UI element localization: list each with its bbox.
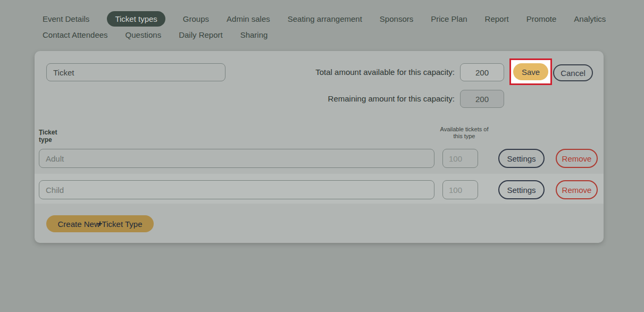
ticket-types-panel: Total amount available for this capacity… (35, 51, 604, 243)
settings-button[interactable]: Settings (498, 149, 545, 168)
total-capacity-label: Total amount available for this capacity… (35, 68, 455, 77)
tab-price-plan[interactable]: Price Plan (431, 14, 467, 23)
nav-row-secondary: Contact Attendees Questions Daily Report… (43, 27, 606, 43)
tab-seating-arrangement[interactable]: Seating arrangement (288, 14, 362, 23)
create-ticket-type-button[interactable]: + Create New Ticket Type (46, 215, 154, 232)
event-nav: Event Details Ticket types Groups Admin … (43, 11, 606, 43)
ticket-type-header-label: Ticket type (39, 129, 57, 144)
tab-questions[interactable]: Questions (126, 30, 162, 39)
click-target-highlight: Save (509, 58, 552, 85)
remaining-capacity-label: Remaining amount for this capacity: (35, 94, 455, 103)
available-tickets-input[interactable] (442, 149, 478, 168)
tab-contact-attendees[interactable]: Contact Attendees (43, 30, 108, 39)
tab-sponsors[interactable]: Sponsors (380, 14, 413, 23)
save-button[interactable]: Save (513, 63, 548, 80)
ticket-type-name-input[interactable] (39, 180, 434, 199)
tab-report[interactable]: Report (485, 14, 509, 23)
ticket-type-column-header[interactable]: Ticket type ↓ (39, 129, 43, 137)
settings-button[interactable]: Settings (498, 180, 545, 199)
total-capacity-input[interactable] (460, 63, 504, 81)
tab-analytics[interactable]: Analytics (574, 14, 606, 23)
tab-event-details[interactable]: Event Details (43, 14, 89, 23)
available-tickets-input[interactable] (442, 180, 478, 199)
create-ticket-type-label: Create New Ticket Type (58, 220, 143, 229)
cancel-button[interactable]: Cancel (553, 64, 593, 81)
remaining-capacity-input (460, 90, 504, 108)
available-tickets-column-header: Available tickets of this type (438, 126, 491, 140)
tab-sharing[interactable]: Sharing (240, 30, 268, 39)
tab-daily-report[interactable]: Daily Report (179, 30, 223, 39)
tab-promote[interactable]: Promote (526, 14, 557, 23)
remove-button[interactable]: Remove (556, 180, 598, 199)
tab-groups[interactable]: Groups (183, 14, 209, 23)
nav-row-primary: Event Details Ticket types Groups Admin … (43, 11, 606, 27)
ticket-type-name-input[interactable] (39, 149, 434, 168)
tab-ticket-types[interactable]: Ticket types (107, 11, 165, 27)
tab-admin-sales[interactable]: Admin sales (227, 14, 270, 23)
remove-button[interactable]: Remove (556, 149, 598, 168)
